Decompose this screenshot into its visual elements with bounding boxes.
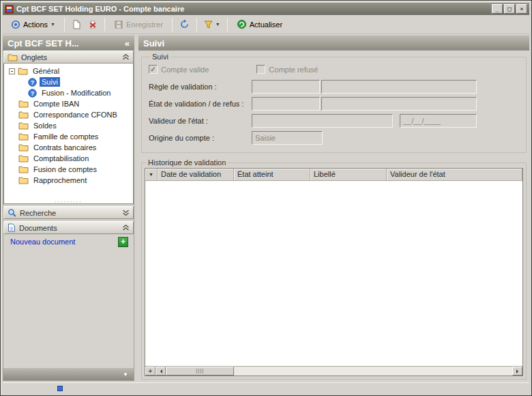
- section-onglets[interactable]: Onglets: [3, 51, 134, 63]
- collapse-sidebar-button[interactable]: «: [125, 38, 130, 48]
- row-selector-icon: ▼: [145, 169, 158, 181]
- main-panel: Suivi Suivi ✓ Compte valide Compte refus…: [138, 36, 529, 381]
- scroll-left-arrow[interactable]: [156, 367, 166, 376]
- help-icon: ?: [28, 78, 37, 87]
- folder-icon: [18, 111, 29, 119]
- etat-validation-code-input[interactable]: [252, 97, 320, 111]
- sidebar-empty-area: [3, 249, 134, 368]
- checkbox-checked-icon: ✓: [149, 65, 158, 74]
- scrollbar-grip-icon: [196, 369, 204, 373]
- tree-item-comptabilisation[interactable]: Comptabilisation: [4, 153, 133, 164]
- app-window: Cpt BCF SET Holding EURO - Compte bancai…: [0, 0, 532, 396]
- scrollbar-thumb[interactable]: [166, 367, 234, 376]
- maximize-button[interactable]: □: [504, 4, 515, 14]
- chevron-down-icon: ▼: [123, 371, 128, 378]
- tree-item-suivi[interactable]: ? Suivi: [4, 76, 133, 87]
- tree-item-contrats-bancaires[interactable]: Contrats bancaires: [4, 142, 133, 153]
- grid-add-row-button[interactable]: +: [145, 367, 156, 376]
- app-icon: [5, 5, 14, 14]
- svg-text:?: ?: [31, 89, 35, 96]
- tree-item-compte-iban[interactable]: Compte IBAN: [4, 98, 133, 109]
- documents-panel: Nouveau document +: [3, 234, 134, 249]
- refresh-view-button[interactable]: [177, 17, 192, 31]
- search-icon: [8, 208, 16, 217]
- filter-funnel-icon: [204, 20, 213, 29]
- etat-validation-libelle-input[interactable]: [321, 97, 477, 111]
- toolbar: Actions ▼ Enregistrer: [3, 15, 529, 34]
- tree-item-famille-de-comptes[interactable]: Famille de comptes: [4, 131, 133, 142]
- folder-icon: [18, 165, 29, 173]
- grid-header-row: ▼ Date de validation État atteint Libell…: [145, 169, 522, 181]
- filter-button[interactable]: ▼: [201, 18, 223, 31]
- sidebar: Cpt BCF SET H... « Onglets: [3, 36, 134, 381]
- actions-icon: [11, 20, 20, 29]
- tree-item-fusion-de-comptes[interactable]: Fusion de comptes: [4, 164, 133, 175]
- origine-compte-label: Origine du compte :: [149, 134, 252, 142]
- tree-item-correspondance-cfonb[interactable]: Correspondance CFONB: [4, 109, 133, 120]
- sidebar-header: Cpt BCF SET H... «: [3, 36, 134, 51]
- tree-item-general[interactable]: Général: [4, 66, 133, 76]
- folder-icon: [8, 53, 18, 61]
- document-icon: [8, 223, 16, 232]
- sidebar-title: Cpt BCF SET H...: [8, 38, 79, 48]
- close-button[interactable]: ×: [516, 4, 527, 14]
- minimize-button[interactable]: _: [492, 4, 503, 14]
- folder-icon: [18, 67, 28, 75]
- onglets-tree: Général ? Suivi ? Fusion - Modification: [3, 63, 134, 204]
- checkbox-unchecked-icon: [256, 65, 265, 74]
- save-icon: [114, 20, 123, 29]
- sidebar-footer-bar[interactable]: ▼: [3, 368, 134, 380]
- column-header-date-validation[interactable]: Date de validation: [158, 169, 234, 181]
- grid-horizontal-scrollbar: +: [145, 366, 522, 376]
- section-recherche[interactable]: Recherche: [3, 206, 134, 219]
- window-title: Cpt BCF SET Holding EURO - Compte bancai…: [16, 5, 489, 13]
- delete-button[interactable]: [85, 18, 100, 31]
- help-icon: ?: [28, 89, 37, 98]
- regle-validation-libelle-input[interactable]: [321, 80, 477, 94]
- collapse-node-icon[interactable]: [9, 68, 15, 74]
- column-header-etat-atteint[interactable]: État atteint: [234, 169, 310, 181]
- chevron-double-up-icon: [122, 54, 130, 60]
- historique-group: Historique de validation ▼ Date de valid…: [141, 158, 527, 380]
- new-document-icon: [72, 20, 81, 29]
- toolbar-separator: [172, 18, 173, 31]
- new-document-button[interactable]: [69, 18, 84, 31]
- valideur-etat-label: Valideur de l'état :: [149, 117, 252, 125]
- refresh-arrows-icon: [179, 19, 190, 29]
- scroll-right-arrow[interactable]: [512, 367, 522, 376]
- add-document-button[interactable]: +: [118, 237, 128, 247]
- status-bar: [3, 382, 529, 393]
- section-documents[interactable]: Documents: [3, 221, 134, 234]
- regle-validation-code-input[interactable]: [252, 80, 320, 94]
- toolbar-separator: [104, 18, 105, 31]
- delete-icon: [88, 20, 98, 29]
- sidebar-splitter-handle[interactable]: .........: [4, 197, 133, 203]
- folder-icon: [18, 154, 29, 162]
- folder-icon: [18, 132, 29, 141]
- date-validation-input[interactable]: __/__/____: [400, 114, 477, 128]
- valideur-etat-input[interactable]: [252, 114, 393, 128]
- actualiser-button[interactable]: Actualiser: [232, 17, 287, 31]
- origine-compte-input[interactable]: Saisie: [252, 131, 323, 145]
- scrollbar-track[interactable]: [166, 367, 512, 376]
- save-button[interactable]: Enregistrer: [109, 18, 168, 31]
- actions-button[interactable]: Actions ▼: [6, 18, 60, 31]
- page-title: Suivi: [138, 36, 529, 51]
- nouveau-document-link[interactable]: Nouveau document: [10, 238, 75, 246]
- tree-item-soldes[interactable]: Soldes: [4, 120, 133, 131]
- actualiser-icon: [237, 19, 247, 29]
- compte-refuse-checkbox[interactable]: Compte refusé: [256, 65, 318, 74]
- compte-valide-checkbox[interactable]: ✓ Compte valide: [149, 65, 209, 74]
- folder-icon: [18, 100, 29, 108]
- tree-item-fusion-modification[interactable]: ? Fusion - Modification: [4, 87, 133, 98]
- tree-item-rapprochement[interactable]: Rapprochement: [4, 175, 133, 186]
- column-header-libelle[interactable]: Libellé: [310, 169, 387, 181]
- historique-group-title: Historique de validation: [146, 158, 228, 167]
- folder-icon: [18, 176, 29, 184]
- titlebar[interactable]: Cpt BCF SET Holding EURO - Compte bancai…: [3, 3, 529, 15]
- regle-validation-label: Règle de validation :: [149, 83, 252, 91]
- toolbar-separator: [196, 18, 197, 31]
- column-header-valideur-etat[interactable]: Valideur de l'état: [387, 169, 522, 181]
- status-icon: [57, 386, 63, 391]
- historique-grid: ▼ Date de validation État atteint Libell…: [145, 168, 523, 376]
